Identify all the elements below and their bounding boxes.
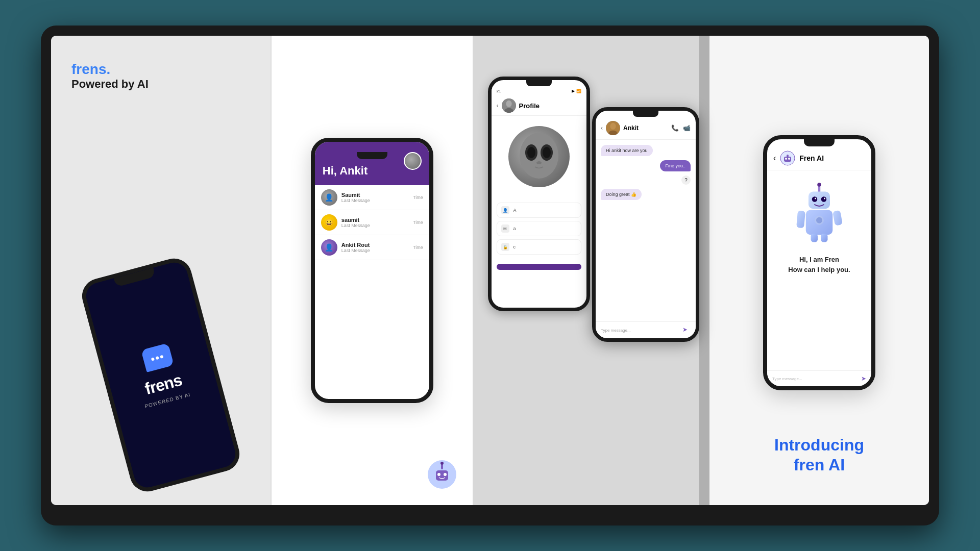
svg-point-9 — [520, 133, 558, 179]
conv-input[interactable]: Type message... — [601, 328, 679, 333]
splash-logo-area: frens POWERED BY AI — [131, 341, 191, 409]
chat-item-2[interactable]: 😀 saumit Last Message Time — [315, 210, 429, 235]
chat-avatar-1: 👤 — [321, 189, 337, 206]
svg-point-16 — [610, 123, 616, 130]
chat-info-1: Saumit Last Message — [341, 192, 409, 203]
introducing-area: Introducing fren AI — [774, 435, 864, 474]
section-fren-ai: ‹ Fren AI — [709, 36, 929, 505]
chat-icon — [138, 343, 175, 375]
chat-time-3: Time — [413, 245, 423, 250]
svg-rect-35 — [811, 234, 818, 242]
msg-received-2: Doing great 👍 — [601, 189, 642, 200]
back-arrow-icon[interactable]: ‹ — [497, 102, 499, 109]
dot-2 — [156, 356, 159, 359]
svg-point-5 — [440, 462, 444, 465]
fren-ai-name: Fren AI — [799, 154, 865, 162]
svg-point-27 — [821, 196, 827, 202]
conv-input-area: Type message... ➤ — [596, 321, 696, 338]
svg-rect-34 — [832, 210, 843, 226]
menu-label-1: A — [513, 208, 517, 213]
robot-illustration — [789, 181, 850, 247]
svg-rect-36 — [821, 234, 828, 242]
chat-last-3: Last Message — [341, 248, 409, 253]
chat-info-2: saumit Last Message — [341, 217, 409, 228]
svg-point-20 — [785, 158, 787, 160]
header-avatar — [404, 152, 422, 170]
profile-title: Profile — [519, 102, 540, 110]
chat-avatar-2: 😀 — [321, 214, 337, 231]
profile-menu-item-1[interactable]: 👤 A — [497, 203, 581, 218]
svg-point-2 — [437, 473, 440, 476]
menu-label-2: a — [513, 226, 516, 231]
section-splash: frens. Powered by AI — [51, 36, 271, 505]
profile-notch — [526, 80, 552, 86]
conv-body: Hi ankit how are you Fine you.. ? Doing … — [596, 140, 696, 205]
fren-send-icon[interactable]: ➤ — [861, 375, 866, 382]
dot-3 — [160, 355, 163, 358]
conv-name: Ankit — [623, 124, 668, 132]
chat-last-2: Last Message — [341, 223, 409, 228]
svg-rect-22 — [787, 155, 789, 157]
brand-area: frens. Powered by AI — [71, 61, 149, 91]
conv-avatar — [606, 121, 620, 135]
fren-avatar — [780, 151, 795, 166]
fren-back-icon[interactable]: ‹ — [773, 154, 776, 163]
chat-dots — [151, 355, 164, 361]
fren-input-area: Type message... ➤ — [767, 370, 871, 386]
camera-icon[interactable]: 📷 — [561, 179, 570, 187]
svg-rect-4 — [441, 464, 443, 469]
conv-header: ‹ Ankit 📞 📹 — [596, 117, 696, 140]
profile-menu-items: 👤 A ✉ a 🔒 c — [492, 197, 586, 260]
svg-point-26 — [812, 196, 818, 202]
profile-header-avatar — [502, 98, 516, 113]
laptop-screen: frens. Powered by AI — [51, 36, 929, 505]
svg-point-28 — [815, 198, 816, 199]
profile-menu-item-2[interactable]: ✉ a — [497, 221, 581, 236]
brand-name: frens. — [71, 61, 149, 78]
msg-sent-1: Fine you.. — [660, 160, 691, 171]
chat-time-1: Time — [413, 195, 423, 200]
profile-phone: 21 ▶ 📶 ‹ Profile — [488, 77, 590, 311]
svg-rect-1 — [436, 470, 448, 481]
svg-point-32 — [816, 217, 822, 223]
laptop-frame: frens. Powered by AI — [41, 26, 939, 525]
svg-point-12 — [527, 147, 535, 158]
conv-actions: 📞 📹 — [671, 124, 691, 132]
svg-point-21 — [788, 158, 790, 160]
svg-point-7 — [506, 101, 511, 107]
chat-name-3: Ankit Rout — [341, 242, 409, 248]
profile-menu-item-3[interactable]: 🔒 c — [497, 239, 581, 255]
send-icon[interactable]: ➤ — [682, 326, 691, 334]
chat-last-1: Last Message — [341, 198, 409, 203]
msg-question: ? — [681, 176, 691, 185]
profile-status-bar: 21 ▶ 📶 — [492, 86, 586, 96]
video-call-icon[interactable]: 📹 — [683, 124, 691, 132]
fren-ai-phone: ‹ Fren AI — [763, 135, 875, 390]
profile-action-button[interactable] — [497, 264, 581, 270]
section-chat-list: Hi, Ankit 👤 Saumit Last Message Time 😀 — [271, 36, 473, 505]
splash-phone: frens POWERED BY AI — [78, 255, 243, 495]
splash-phone-body: frens POWERED BY AI — [78, 255, 243, 495]
svg-point-13 — [543, 147, 551, 158]
svg-point-3 — [444, 473, 447, 476]
chat-item-1[interactable]: 👤 Saumit Last Message Time — [315, 185, 429, 210]
svg-point-14 — [536, 161, 542, 164]
fren-input[interactable]: Type message... — [772, 377, 858, 381]
conv-back-icon[interactable]: ‹ — [601, 124, 603, 132]
splash-phone-notch — [114, 268, 156, 287]
svg-point-24 — [817, 183, 821, 187]
introducing-label: Introducing — [774, 435, 864, 455]
svg-point-29 — [824, 198, 825, 199]
chat-time-2: Time — [413, 220, 423, 225]
phone-call-icon[interactable]: 📞 — [671, 124, 679, 132]
alien-avatar — [508, 126, 570, 187]
chat-list-header: Hi, Ankit — [315, 142, 429, 185]
fren-greeting: Hi, I am FrenHow can I help you. — [788, 255, 850, 274]
chat-name-1: Saumit — [341, 192, 409, 198]
dot-1 — [151, 357, 155, 361]
chat-list-phone: Hi, Ankit 👤 Saumit Last Message Time 😀 — [311, 138, 433, 403]
ai-bot-icon — [427, 459, 457, 490]
svg-rect-19 — [784, 157, 791, 162]
chat-item-3[interactable]: 👤 Ankit Rout Last Message Time — [315, 235, 429, 260]
fren-notch — [804, 139, 835, 146]
